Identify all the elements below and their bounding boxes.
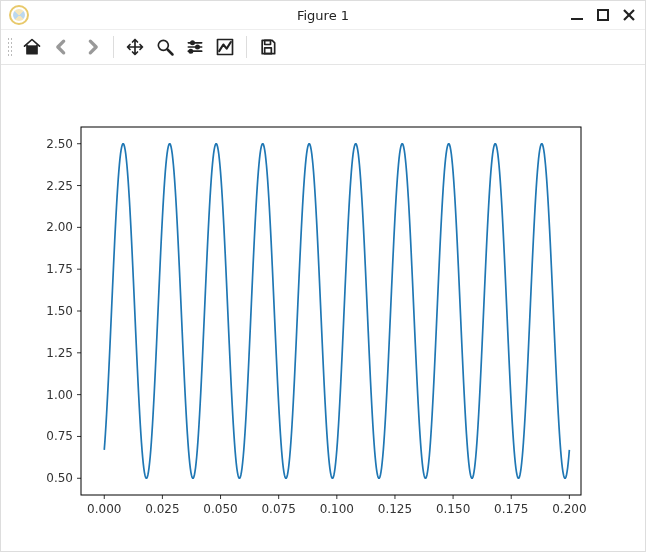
pan-icon <box>125 37 145 57</box>
maximize-icon <box>595 7 611 23</box>
y-tick-label: 2.00 <box>46 220 73 234</box>
zoom-button[interactable] <box>152 34 178 60</box>
minimize-button[interactable] <box>569 7 585 23</box>
svg-line-5 <box>168 50 173 55</box>
x-tick-label: 0.150 <box>436 502 470 516</box>
sliders-icon <box>185 37 205 57</box>
y-tick-label: 1.25 <box>46 346 73 360</box>
close-icon <box>621 7 637 23</box>
toolbar-handle <box>7 37 13 57</box>
window-controls <box>569 7 637 23</box>
x-tick-label: 0.025 <box>145 502 179 516</box>
back-button[interactable] <box>49 34 75 60</box>
toolbar-sep-1 <box>113 36 114 58</box>
line-series-0 <box>104 144 569 478</box>
subplots-button[interactable] <box>182 34 208 60</box>
svg-rect-13 <box>265 40 271 44</box>
matplotlib-icon <box>9 5 29 25</box>
forward-icon <box>82 37 102 57</box>
save-icon <box>258 37 278 57</box>
pan-button[interactable] <box>122 34 148 60</box>
svg-rect-14 <box>265 48 272 54</box>
x-tick-label: 0.050 <box>203 502 237 516</box>
chart-area[interactable]: 0.0000.0250.0500.0750.1000.1250.1500.175… <box>1 65 645 551</box>
home-button[interactable] <box>19 34 45 60</box>
axes-button[interactable] <box>212 34 238 60</box>
x-tick-label: 0.100 <box>320 502 354 516</box>
y-tick-label: 0.50 <box>46 471 73 485</box>
zoom-icon <box>155 37 175 57</box>
svg-point-11 <box>189 50 192 53</box>
close-button[interactable] <box>621 7 637 23</box>
svg-point-9 <box>196 45 199 48</box>
svg-rect-1 <box>598 10 608 20</box>
home-icon <box>22 37 42 57</box>
chart-line-icon <box>215 37 235 57</box>
y-tick-label: 1.50 <box>46 304 73 318</box>
figure-window: Figure 1 <box>0 0 646 552</box>
x-tick-label: 0.000 <box>87 502 121 516</box>
forward-button[interactable] <box>79 34 105 60</box>
x-tick-label: 0.175 <box>494 502 528 516</box>
maximize-button[interactable] <box>595 7 611 23</box>
toolbar <box>1 29 645 65</box>
chart-svg: 0.0000.0250.0500.0750.1000.1250.1500.175… <box>1 65 646 552</box>
x-tick-label: 0.200 <box>552 502 586 516</box>
minimize-icon <box>569 7 585 23</box>
x-tick-label: 0.125 <box>378 502 412 516</box>
save-button[interactable] <box>255 34 281 60</box>
svg-point-7 <box>191 41 194 44</box>
y-tick-label: 0.75 <box>46 429 73 443</box>
y-tick-label: 1.00 <box>46 388 73 402</box>
toolbar-sep-2 <box>246 36 247 58</box>
y-tick-label: 2.50 <box>46 137 73 151</box>
x-tick-label: 0.075 <box>261 502 295 516</box>
back-icon <box>52 37 72 57</box>
y-tick-label: 2.25 <box>46 179 73 193</box>
titlebar: Figure 1 <box>1 1 645 29</box>
window-title: Figure 1 <box>1 8 645 23</box>
y-tick-label: 1.75 <box>46 262 73 276</box>
